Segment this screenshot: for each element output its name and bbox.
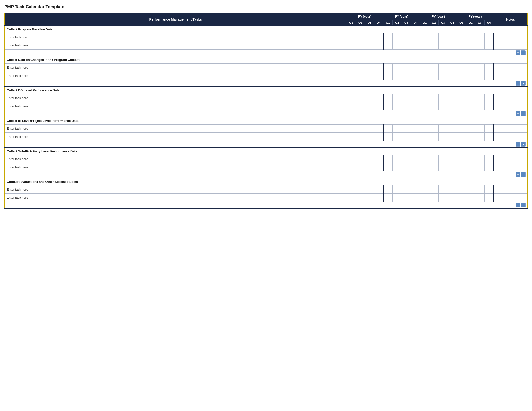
cell-fy2-q1-s0-t0[interactable] xyxy=(383,33,392,41)
notes-cell-2-0[interactable] xyxy=(494,94,527,102)
cell-fy1-q2-s0-t1[interactable] xyxy=(356,41,365,50)
notes-cell-0-1[interactable] xyxy=(494,41,527,50)
cell-fy1-q1-s5-t0[interactable] xyxy=(347,186,356,194)
task-name-3-0[interactable]: Enter task here xyxy=(5,124,347,133)
cell-fy1-q2-s5-t0[interactable] xyxy=(356,186,365,194)
cell-fy2-q1-s4-t1[interactable] xyxy=(383,163,392,171)
remove-row-button-3[interactable]: - xyxy=(521,142,526,147)
cell-fy3-q1-s3-t0[interactable] xyxy=(420,124,429,133)
cell-fy4-q3-s1-t0[interactable] xyxy=(475,64,484,72)
cell-fy1-q4-s0-t0[interactable] xyxy=(374,33,383,41)
cell-fy2-q2-s5-t0[interactable] xyxy=(392,186,402,194)
cell-fy4-q2-s2-t1[interactable] xyxy=(466,102,475,111)
task-name-5-0[interactable]: Enter task here xyxy=(5,186,347,194)
cell-fy2-q4-s4-t0[interactable] xyxy=(411,155,420,163)
cell-fy1-q4-s2-t1[interactable] xyxy=(374,102,383,111)
cell-fy1-q2-s0-t0[interactable] xyxy=(356,33,365,41)
cell-fy1-q1-s4-t0[interactable] xyxy=(347,155,356,163)
cell-fy1-q4-s0-t1[interactable] xyxy=(374,41,383,50)
cell-fy2-q3-s4-t0[interactable] xyxy=(402,155,411,163)
cell-fy4-q1-s3-t0[interactable] xyxy=(457,124,466,133)
cell-fy4-q4-s2-t0[interactable] xyxy=(484,94,494,102)
cell-fy4-q1-s0-t0[interactable] xyxy=(457,33,466,41)
cell-fy2-q2-s5-t1[interactable] xyxy=(392,194,402,202)
cell-fy3-q1-s2-t1[interactable] xyxy=(420,102,429,111)
notes-cell-3-1[interactable] xyxy=(494,133,527,141)
cell-fy4-q3-s5-t0[interactable] xyxy=(475,186,484,194)
notes-cell-5-0[interactable] xyxy=(494,186,527,194)
cell-fy1-q4-s4-t0[interactable] xyxy=(374,155,383,163)
cell-fy2-q3-s2-t1[interactable] xyxy=(402,102,411,111)
cell-fy1-q1-s0-t0[interactable] xyxy=(347,33,356,41)
cell-fy4-q3-s2-t1[interactable] xyxy=(475,102,484,111)
task-name-0-1[interactable]: Enter task here xyxy=(5,41,347,50)
cell-fy1-q2-s2-t1[interactable] xyxy=(356,102,365,111)
cell-fy2-q3-s3-t0[interactable] xyxy=(402,124,411,133)
cell-fy1-q1-s3-t1[interactable] xyxy=(347,133,356,141)
cell-fy4-q4-s0-t0[interactable] xyxy=(484,33,494,41)
cell-fy2-q3-s5-t0[interactable] xyxy=(402,186,411,194)
cell-fy3-q3-s4-t1[interactable] xyxy=(438,163,448,171)
cell-fy1-q3-s5-t0[interactable] xyxy=(365,186,374,194)
cell-fy1-q2-s3-t1[interactable] xyxy=(356,133,365,141)
cell-fy1-q3-s2-t1[interactable] xyxy=(365,102,374,111)
cell-fy2-q4-s2-t1[interactable] xyxy=(411,102,420,111)
cell-fy3-q2-s1-t1[interactable] xyxy=(429,72,438,80)
cell-fy3-q3-s3-t0[interactable] xyxy=(438,124,448,133)
cell-fy2-q1-s5-t0[interactable] xyxy=(383,186,392,194)
cell-fy4-q1-s1-t1[interactable] xyxy=(457,72,466,80)
cell-fy1-q4-s3-t0[interactable] xyxy=(374,124,383,133)
task-name-1-0[interactable]: Enter task here xyxy=(5,64,347,72)
cell-fy3-q3-s0-t0[interactable] xyxy=(438,33,448,41)
cell-fy3-q3-s0-t1[interactable] xyxy=(438,41,448,50)
cell-fy4-q4-s1-t1[interactable] xyxy=(484,72,494,80)
cell-fy1-q2-s4-t0[interactable] xyxy=(356,155,365,163)
cell-fy1-q3-s4-t1[interactable] xyxy=(365,163,374,171)
cell-fy1-q3-s3-t0[interactable] xyxy=(365,124,374,133)
cell-fy4-q2-s0-t0[interactable] xyxy=(466,33,475,41)
cell-fy3-q2-s5-t0[interactable] xyxy=(429,186,438,194)
cell-fy2-q4-s0-t1[interactable] xyxy=(411,41,420,50)
task-name-5-1[interactable]: Enter task here xyxy=(5,194,347,202)
cell-fy2-q2-s2-t1[interactable] xyxy=(392,102,402,111)
cell-fy2-q3-s4-t1[interactable] xyxy=(402,163,411,171)
cell-fy3-q2-s0-t0[interactable] xyxy=(429,33,438,41)
cell-fy2-q1-s5-t1[interactable] xyxy=(383,194,392,202)
task-name-2-0[interactable]: Enter task here xyxy=(5,94,347,102)
cell-fy4-q2-s4-t0[interactable] xyxy=(466,155,475,163)
cell-fy2-q2-s1-t1[interactable] xyxy=(392,72,402,80)
cell-fy3-q3-s2-t1[interactable] xyxy=(438,102,448,111)
cell-fy4-q1-s2-t1[interactable] xyxy=(457,102,466,111)
cell-fy1-q2-s1-t0[interactable] xyxy=(356,64,365,72)
cell-fy2-q3-s0-t0[interactable] xyxy=(402,33,411,41)
cell-fy4-q4-s1-t0[interactable] xyxy=(484,64,494,72)
cell-fy4-q1-s2-t0[interactable] xyxy=(457,94,466,102)
cell-fy4-q1-s5-t0[interactable] xyxy=(457,186,466,194)
cell-fy3-q3-s1-t1[interactable] xyxy=(438,72,448,80)
remove-row-button-0[interactable]: - xyxy=(521,50,526,55)
remove-row-button-5[interactable]: - xyxy=(521,203,526,207)
notes-cell-1-1[interactable] xyxy=(494,72,527,80)
cell-fy3-q4-s2-t0[interactable] xyxy=(448,94,457,102)
cell-fy4-q4-s3-t1[interactable] xyxy=(484,133,494,141)
cell-fy3-q1-s3-t1[interactable] xyxy=(420,133,429,141)
cell-fy3-q2-s4-t0[interactable] xyxy=(429,155,438,163)
cell-fy1-q1-s0-t1[interactable] xyxy=(347,41,356,50)
cell-fy2-q4-s5-t1[interactable] xyxy=(411,194,420,202)
cell-fy1-q1-s2-t1[interactable] xyxy=(347,102,356,111)
cell-fy1-q4-s1-t1[interactable] xyxy=(374,72,383,80)
cell-fy2-q4-s5-t0[interactable] xyxy=(411,186,420,194)
notes-cell-0-0[interactable] xyxy=(494,33,527,41)
cell-fy3-q1-s5-t0[interactable] xyxy=(420,186,429,194)
notes-cell-1-0[interactable] xyxy=(494,64,527,72)
cell-fy3-q3-s1-t0[interactable] xyxy=(438,64,448,72)
cell-fy4-q1-s1-t0[interactable] xyxy=(457,64,466,72)
cell-fy4-q3-s3-t0[interactable] xyxy=(475,124,484,133)
cell-fy1-q1-s3-t0[interactable] xyxy=(347,124,356,133)
cell-fy1-q3-s3-t1[interactable] xyxy=(365,133,374,141)
cell-fy3-q2-s2-t1[interactable] xyxy=(429,102,438,111)
cell-fy3-q3-s2-t0[interactable] xyxy=(438,94,448,102)
cell-fy2-q3-s1-t1[interactable] xyxy=(402,72,411,80)
cell-fy2-q4-s0-t0[interactable] xyxy=(411,33,420,41)
cell-fy1-q3-s2-t0[interactable] xyxy=(365,94,374,102)
